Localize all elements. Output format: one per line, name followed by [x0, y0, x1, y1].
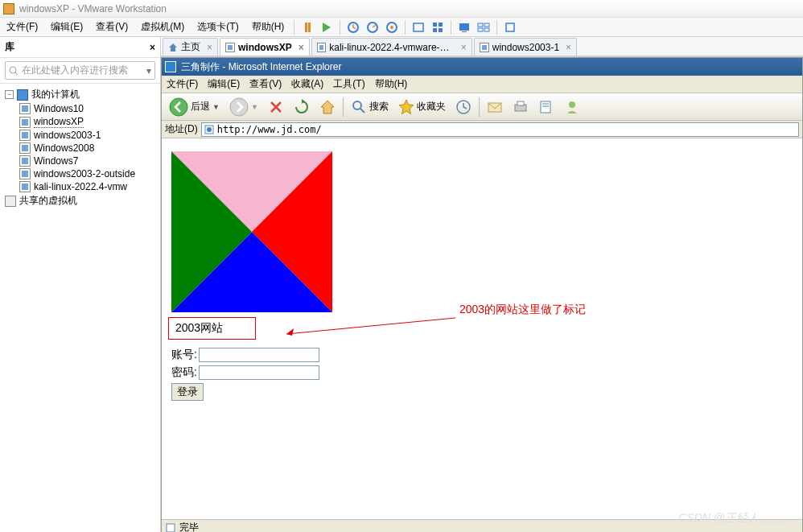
svg-point-18 — [170, 98, 187, 116]
back-icon — [169, 97, 188, 117]
vmware-icon — [3, 3, 14, 14]
ie-stop-button[interactable] — [264, 97, 288, 118]
tab-close-icon[interactable]: × — [566, 42, 571, 53]
svg-rect-8 — [439, 28, 443, 32]
library-search-input[interactable]: 在此处键入内容进行搜索 ▾ — [5, 61, 155, 80]
ie-refresh-button[interactable] — [290, 97, 314, 118]
vm-icon — [19, 117, 31, 128]
address-label: 地址(D) — [165, 122, 198, 136]
tree-item-windows2008[interactable]: Windows2008 — [2, 142, 159, 155]
ie-titlebar[interactable]: 三角制作 - Microsoft Internet Explorer — [162, 58, 802, 76]
svg-rect-25 — [517, 101, 524, 105]
ie-menu-file[interactable]: 文件(F) — [162, 76, 203, 93]
tab-kali[interactable]: kali-linux-2022.4-vmware-am... × — [311, 38, 472, 56]
unity-icon[interactable] — [430, 19, 446, 35]
ie-search-button[interactable]: 搜索 — [347, 97, 393, 118]
console-icon[interactable] — [456, 19, 472, 35]
library-sidebar: 库 × 在此处键入内容进行搜索 ▾ −我的计算机 Windows10 windo… — [0, 37, 161, 532]
collapse-icon[interactable]: − — [5, 90, 14, 99]
vm-icon — [19, 103, 31, 114]
ie-edit-button[interactable] — [534, 97, 558, 118]
done-icon — [165, 522, 176, 533]
menu-file[interactable]: 文件(F) — [0, 18, 44, 36]
ie-messenger-button[interactable] — [560, 97, 584, 118]
svg-rect-12 — [484, 23, 489, 27]
snapshot-icon[interactable] — [345, 19, 361, 35]
menu-view[interactable]: 查看(V) — [89, 18, 134, 36]
account-input[interactable] — [199, 348, 319, 362]
vm-icon — [19, 168, 31, 179]
svg-line-21 — [360, 109, 364, 113]
ie-favorites-button[interactable]: 收藏夹 — [394, 97, 450, 118]
play-button[interactable] — [319, 19, 335, 35]
messenger-icon — [564, 99, 580, 115]
tab-windows2003-1[interactable]: windows2003-1 × — [474, 38, 577, 56]
fullscreen-icon[interactable] — [410, 19, 426, 35]
ie-menu-favorites[interactable]: 收藏(A) — [286, 76, 328, 93]
edit-icon — [538, 99, 554, 115]
ie-history-button[interactable] — [451, 97, 476, 118]
tree-item-windows10[interactable]: Windows10 — [2, 102, 159, 115]
ie-menubar: 文件(F) 编辑(E) 查看(V) 收藏(A) 工具(T) 帮助(H) — [162, 76, 802, 93]
tree-root-mycomputer[interactable]: −我的计算机 — [2, 87, 159, 102]
tab-home[interactable]: 主页 × — [163, 38, 218, 56]
vm-icon — [225, 43, 235, 52]
svg-point-20 — [353, 101, 361, 109]
thumbnail-icon[interactable] — [476, 19, 492, 35]
ie-menu-view[interactable]: 查看(V) — [245, 76, 286, 93]
stop-icon — [268, 99, 284, 115]
login-button[interactable]: 登录 — [171, 383, 204, 401]
ie-menu-tools[interactable]: 工具(T) — [328, 76, 369, 93]
refresh-icon — [294, 99, 310, 115]
tab-close-icon[interactable]: × — [207, 42, 212, 53]
ie-back-button[interactable]: 后退 ▼ — [165, 95, 224, 119]
stretch-icon[interactable] — [502, 19, 518, 35]
ie-forward-button[interactable]: ▼ — [225, 95, 262, 119]
annotation-arrow — [274, 314, 459, 346]
ie-menu-help[interactable]: 帮助(H) — [370, 76, 413, 93]
separator — [496, 20, 497, 35]
address-input[interactable]: http://www.jd.com/ — [201, 122, 799, 137]
pause-button[interactable] — [299, 19, 315, 35]
svg-point-29 — [569, 101, 575, 108]
tree-item-windows2003-1[interactable]: windows2003-1 — [2, 129, 159, 142]
annotation-text: 2003的网站这里做了标记 — [459, 303, 586, 317]
tree-item-windows7[interactable]: Windows7 — [2, 155, 159, 167]
vm-icon — [480, 43, 489, 52]
menu-vm[interactable]: 虚拟机(M) — [134, 18, 191, 36]
svg-rect-5 — [433, 23, 437, 27]
tree-item-windowsxp[interactable]: windowsXP — [2, 115, 159, 129]
svg-rect-14 — [484, 28, 489, 31]
tab-close-icon[interactable]: × — [461, 42, 467, 53]
sidebar-close-icon[interactable]: × — [150, 42, 155, 53]
ie-print-button[interactable] — [509, 97, 533, 118]
search-icon — [351, 99, 367, 115]
svg-point-16 — [10, 67, 16, 73]
tree-item-kali[interactable]: kali-linux-2022.4-vmw — [2, 180, 159, 193]
tree-item-windows2003-2[interactable]: windows2003-2-outside — [2, 167, 159, 180]
menu-help[interactable]: 帮助(H) — [245, 18, 291, 36]
tab-windowsxp[interactable]: windowsXP × — [220, 38, 310, 56]
ie-status-bar/: 完毕 — [162, 519, 802, 532]
forward-icon — [229, 97, 249, 117]
dropdown-icon: ▼ — [251, 103, 258, 111]
menu-edit[interactable]: 编辑(E) — [44, 18, 89, 36]
ie-icon — [165, 61, 176, 72]
svg-point-31 — [207, 127, 212, 132]
account-label: 账号: — [171, 348, 197, 362]
snapshot-mgr-icon[interactable] — [364, 19, 381, 35]
dropdown-icon: ▾ — [146, 65, 151, 76]
tree-shared-vms[interactable]: 共享的虚拟机 — [2, 193, 159, 208]
ie-menu-edit[interactable]: 编辑(E) — [203, 76, 245, 93]
snapshot-rev-icon[interactable] — [384, 19, 400, 35]
password-input[interactable] — [199, 365, 319, 380]
separator — [405, 20, 406, 35]
tab-close-icon[interactable]: × — [299, 42, 304, 53]
ie-mail-button[interactable] — [483, 97, 507, 118]
svg-point-3 — [390, 26, 393, 29]
vm-icon — [19, 181, 31, 192]
menu-tabs[interactable]: 选项卡(T) — [191, 18, 245, 36]
vm-display: 三角制作 - Microsoft Internet Explorer 文件(F)… — [161, 56, 803, 532]
ie-home-button[interactable] — [315, 97, 340, 118]
home-icon — [319, 99, 336, 115]
